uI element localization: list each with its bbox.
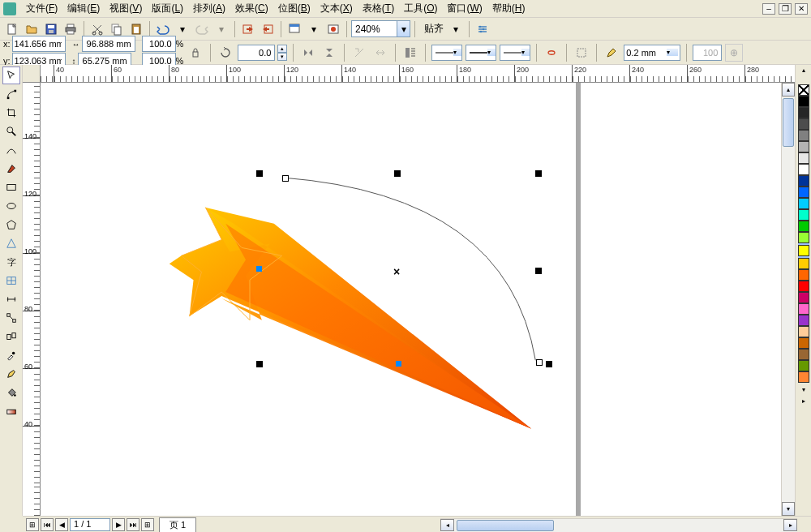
menu-bitmap[interactable]: 位图(B): [273, 0, 315, 17]
color-swatch[interactable]: [798, 209, 809, 221]
menu-layout[interactable]: 版面(L): [147, 0, 188, 17]
close-curve-button[interactable]: [543, 44, 560, 62]
scroll-right-button[interactable]: ▸: [783, 519, 797, 531]
selection-center[interactable]: ×: [393, 265, 400, 278]
shape-tool[interactable]: [2, 85, 20, 103]
rotation-up[interactable]: ▴: [277, 45, 287, 53]
scroll-down-button[interactable]: ▾: [782, 502, 795, 516]
redo-dropdown[interactable]: ▾: [212, 20, 230, 38]
first-page-button[interactable]: ⏮: [41, 518, 54, 531]
mirror-v-button[interactable]: [320, 44, 338, 62]
next-page-button[interactable]: ▶: [112, 518, 125, 531]
width-field[interactable]: [82, 36, 135, 52]
zoom-combo[interactable]: ▾: [351, 20, 410, 37]
app-launcher-button[interactable]: [285, 20, 303, 38]
color-swatch[interactable]: [798, 315, 809, 326]
zoom-tool[interactable]: [2, 122, 20, 140]
menu-view[interactable]: 视图(V): [105, 0, 147, 17]
selection-handle-br[interactable]: [546, 361, 552, 367]
interactive-blend-tool[interactable]: [2, 328, 20, 345]
prev-page-button[interactable]: ◀: [55, 518, 68, 531]
last-page-button[interactable]: ⏭: [127, 518, 139, 531]
scroll-left-button[interactable]: ◂: [440, 519, 454, 531]
menu-table[interactable]: 表格(T): [358, 0, 399, 17]
path-start-button[interactable]: [350, 44, 368, 62]
smart-fill-tool[interactable]: [2, 160, 20, 178]
page-add-after-button[interactable]: ⊞: [141, 518, 154, 531]
start-arrow-combo[interactable]: ▾: [431, 45, 462, 61]
mirror-h-button[interactable]: [299, 44, 317, 62]
basic-shapes-tool[interactable]: [2, 234, 20, 252]
color-swatch[interactable]: [798, 232, 809, 243]
end-arrow-combo[interactable]: ▾: [500, 45, 530, 61]
color-swatch[interactable]: [798, 371, 809, 383]
curve-endpoint-end[interactable]: [536, 359, 543, 366]
scroll-h-thumb[interactable]: [457, 520, 554, 531]
options-button[interactable]: [474, 20, 491, 38]
bounding-box-button[interactable]: [573, 44, 590, 62]
color-swatch[interactable]: [798, 152, 809, 164]
app-launcher-dropdown[interactable]: ▾: [305, 20, 323, 38]
color-swatch[interactable]: [798, 96, 809, 107]
selection-handle-bl[interactable]: [256, 361, 263, 367]
curve-endpoint-start[interactable]: [282, 175, 289, 182]
horizontal-scrollbar[interactable]: ◂ ▸: [440, 518, 797, 532]
page-number-field[interactable]: 1 / 1: [70, 518, 110, 531]
menu-edit[interactable]: 编辑(E): [62, 0, 105, 17]
ellipse-tool[interactable]: [2, 197, 20, 215]
polygon-tool[interactable]: [2, 216, 20, 234]
scroll-v-thumb[interactable]: [783, 98, 794, 147]
color-swatch[interactable]: [798, 326, 809, 337]
no-color-swatch[interactable]: [798, 84, 809, 96]
wrap-button[interactable]: [401, 44, 419, 62]
color-swatch[interactable]: [798, 130, 809, 141]
scroll-up-button[interactable]: ▴: [782, 83, 795, 97]
crop-tool[interactable]: [2, 104, 20, 122]
menu-file[interactable]: 文件(F): [21, 0, 62, 17]
lock-ratio-button[interactable]: [187, 44, 204, 62]
menu-effects[interactable]: 效果(C): [230, 0, 273, 17]
fill-tool[interactable]: [2, 384, 20, 401]
outline-width-combo[interactable]: ▾: [624, 45, 680, 61]
color-swatch[interactable]: [798, 107, 809, 118]
connector-tool[interactable]: [2, 309, 20, 327]
text-tool[interactable]: 字: [2, 253, 20, 271]
minimize-button[interactable]: –: [762, 3, 775, 15]
selection-handle-tl[interactable]: [256, 170, 263, 177]
selection-handle-tr[interactable]: [535, 170, 542, 177]
snap-dropdown[interactable]: ▾: [447, 20, 465, 38]
palette-scroll-down[interactable]: ▾: [802, 386, 805, 397]
palette-flyout[interactable]: ▸: [802, 397, 805, 409]
color-swatch[interactable]: [798, 360, 809, 371]
color-swatch[interactable]: [798, 118, 809, 130]
rotation-field[interactable]: [238, 45, 275, 61]
welcome-button[interactable]: [324, 20, 342, 38]
color-swatch[interactable]: [798, 349, 809, 360]
node-start[interactable]: [256, 266, 262, 272]
page-add-button[interactable]: ⊞: [26, 518, 39, 531]
outline-tool[interactable]: [2, 365, 20, 383]
color-swatch[interactable]: [798, 164, 809, 175]
path-reverse-button[interactable]: [371, 44, 389, 62]
eyedropper-tool[interactable]: [2, 346, 20, 364]
export-button[interactable]: [259, 20, 277, 38]
redo-button[interactable]: [193, 20, 211, 38]
menu-text[interactable]: 文本(X): [315, 0, 358, 17]
zoom-input[interactable]: [352, 24, 397, 35]
color-swatch[interactable]: [798, 292, 809, 303]
color-swatch[interactable]: [798, 337, 809, 349]
line-style-combo[interactable]: ▾: [466, 45, 496, 61]
freehand-tool[interactable]: [2, 141, 20, 159]
page-tab[interactable]: 页 1: [159, 517, 196, 532]
selection-handle-cr[interactable]: [535, 268, 542, 274]
pick-tool[interactable]: [2, 66, 20, 84]
menu-tools[interactable]: 工具(O): [399, 0, 442, 17]
selection-handle-tc[interactable]: [394, 170, 401, 177]
vertical-scrollbar[interactable]: ▴ ▾: [781, 83, 795, 516]
rotation-down[interactable]: ▾: [277, 53, 287, 61]
ruler-origin[interactable]: [23, 65, 41, 83]
rectangle-tool[interactable]: [2, 178, 20, 196]
color-swatch[interactable]: [798, 187, 809, 198]
color-swatch[interactable]: [798, 175, 809, 187]
menu-help[interactable]: 帮助(H): [487, 0, 530, 17]
